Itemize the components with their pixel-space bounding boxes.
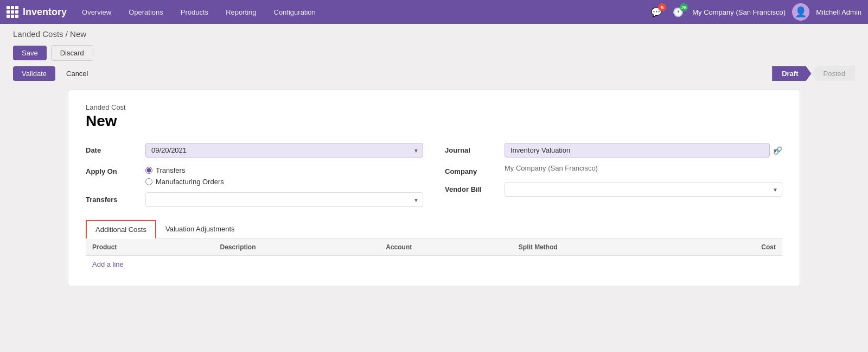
col-product: Product — [86, 239, 214, 256]
nav-products[interactable]: Products — [172, 0, 217, 24]
tabs: Additional Costs Valuation Adjustments — [86, 220, 782, 239]
message-notification[interactable]: 💬 5 — [649, 4, 664, 20]
company-value: My Company (San Francisco) — [505, 164, 782, 172]
validate-button[interactable]: Validate — [13, 66, 55, 81]
radio-manufacturing-input[interactable] — [145, 178, 152, 185]
top-navigation: Inventory Overview Operations Products R… — [0, 0, 868, 24]
breadcrumb-title: Landed Costs / New — [13, 29, 86, 39]
apply-on-label: Apply On — [86, 164, 145, 175]
nav-overview[interactable]: Overview — [73, 0, 120, 24]
status-bar: Draft Posted — [772, 66, 855, 81]
validate-bar: Validate Cancel Draft Posted — [0, 64, 868, 85]
app-name: Inventory — [23, 7, 67, 18]
cost-table: Product Description Account Split Method… — [86, 239, 782, 256]
company-label: Company — [445, 164, 505, 175]
message-count: 5 — [658, 3, 666, 11]
vendor-bill-label: Vendor Bill — [445, 182, 505, 193]
vendor-bill-value: ▼ — [505, 182, 782, 197]
activity-count: 26 — [680, 3, 688, 11]
user-name: Mitchell Admin — [816, 8, 861, 16]
tab-additional-costs-label: Additional Costs — [95, 225, 146, 234]
nav-menu: Overview Operations Products Reporting C… — [73, 0, 649, 24]
tab-additional-costs[interactable]: Additional Costs — [86, 220, 156, 239]
vendor-bill-field-row: Vendor Bill ▼ — [445, 182, 782, 197]
grid-icon — [7, 6, 18, 18]
main-content: Landed Cost New Date ▼ Apply On — [0, 85, 868, 299]
radio-transfers-input[interactable] — [145, 167, 152, 174]
discard-button[interactable]: Discard — [51, 45, 93, 61]
breadcrumb: Landed Costs / New — [0, 24, 868, 42]
nav-configuration[interactable]: Configuration — [265, 0, 324, 24]
action-bar: Save Discard — [0, 42, 868, 64]
journal-label: Journal — [445, 143, 505, 154]
col-cost: Cost — [689, 239, 782, 256]
journal-external-link-icon[interactable]: 🔗 — [773, 146, 782, 155]
cancel-button[interactable]: Cancel — [60, 66, 94, 81]
tab-valuation-adjustments-label: Valuation Adjustments — [165, 225, 235, 233]
col-description: Description — [214, 239, 380, 256]
app-logo[interactable]: Inventory — [7, 6, 67, 18]
transfers-select[interactable] — [145, 192, 423, 207]
form-card: Landed Cost New Date ▼ Apply On — [68, 90, 800, 286]
vendor-bill-select[interactable] — [505, 182, 782, 197]
date-label: Date — [86, 143, 145, 154]
form-left: Date ▼ Apply On — [86, 143, 423, 207]
add-line-button[interactable]: Add a line — [86, 256, 130, 273]
company-field-row: Company My Company (San Francisco) — [445, 164, 782, 175]
date-field-row: Date ▼ — [86, 143, 423, 158]
form-grid: Date ▼ Apply On — [86, 143, 782, 207]
transfers-value: ▼ — [145, 192, 423, 207]
radio-transfers[interactable]: Transfers — [145, 166, 423, 174]
nav-right: 💬 5 🕐 26 My Company (San Francisco) 👤 Mi… — [649, 3, 861, 21]
user-avatar[interactable]: 👤 — [792, 3, 809, 21]
radio-transfers-label: Transfers — [156, 166, 185, 174]
company-plain: My Company (San Francisco) — [505, 161, 598, 172]
date-value: ▼ — [145, 143, 423, 158]
journal-value: Inventory Valuation ▼ 🔗 — [505, 143, 782, 158]
transfers-label: Transfers — [86, 192, 145, 204]
save-button[interactable]: Save — [13, 46, 47, 60]
form-subtitle: Landed Cost — [86, 103, 782, 111]
status-draft[interactable]: Draft — [772, 66, 811, 81]
journal-field-row: Journal Inventory Valuation ▼ 🔗 — [445, 143, 782, 158]
col-account: Account — [379, 239, 512, 256]
transfers-field-row: Transfers ▼ — [86, 192, 423, 207]
col-split-method: Split Method — [512, 239, 689, 256]
tab-valuation-adjustments[interactable]: Valuation Adjustments — [156, 220, 244, 239]
radio-manufacturing-label: Manufacturing Orders — [156, 178, 224, 186]
form-title: New — [86, 112, 782, 130]
status-posted[interactable]: Posted — [812, 66, 855, 81]
activity-notification[interactable]: 🕐 26 — [671, 4, 686, 20]
apply-on-radio-group: Transfers Manufacturing Orders — [145, 164, 423, 186]
apply-on-value: Transfers Manufacturing Orders — [145, 164, 423, 186]
nav-reporting[interactable]: Reporting — [217, 0, 265, 24]
apply-on-field-row: Apply On Transfers Manufacturing Orders — [86, 164, 423, 186]
journal-select[interactable]: Inventory Valuation — [505, 143, 770, 158]
date-input[interactable] — [145, 143, 423, 158]
radio-manufacturing[interactable]: Manufacturing Orders — [145, 178, 423, 186]
nav-operations[interactable]: Operations — [120, 0, 172, 24]
form-right: Journal Inventory Valuation ▼ 🔗 Company — [445, 143, 782, 207]
company-name: My Company (San Francisco) — [692, 8, 786, 16]
